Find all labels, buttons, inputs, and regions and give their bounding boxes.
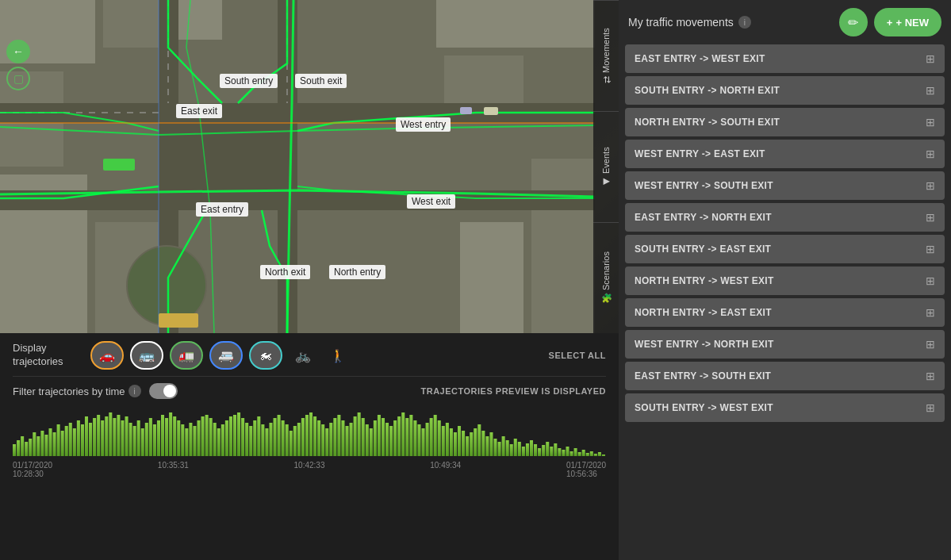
filter-toggle[interactable] <box>149 383 178 399</box>
svg-rect-7 <box>436 0 595 48</box>
panel-title-text: My traffic movements <box>628 16 734 29</box>
filter-info-icon[interactable]: i <box>128 385 141 397</box>
svg-rect-79 <box>233 415 236 456</box>
movement-item-2[interactable]: SOUTH ENTRY -> NORTH EXIT ⊞ <box>625 76 945 105</box>
label-south-entry: South entry <box>220 74 278 88</box>
svg-rect-23 <box>159 313 198 328</box>
map-container: South entry South exit East exit West en… <box>0 0 619 560</box>
movement-item-8[interactable]: NORTH ENTRY -> WEST EXIT ⊞ <box>625 267 945 295</box>
movement-item-12[interactable]: SOUTH ENTRY -> WEST EXIT ⊞ <box>625 393 945 422</box>
svg-rect-143 <box>489 432 493 456</box>
events-icon: ◀ <box>601 177 612 187</box>
movement-label: WEST ENTRY -> EAST EXIT <box>635 148 765 159</box>
svg-rect-86 <box>261 424 264 456</box>
svg-rect-169 <box>594 454 597 456</box>
svg-rect-136 <box>462 431 465 456</box>
svg-rect-43 <box>89 423 92 456</box>
svg-rect-26 <box>21 436 24 456</box>
movement-item-6[interactable]: EAST ENTRY -> NORTH EXIT ⊞ <box>625 203 945 232</box>
svg-rect-152 <box>526 443 529 456</box>
svg-rect-150 <box>518 442 521 456</box>
select-all-button[interactable]: SELECT ALL <box>549 351 606 360</box>
movement-item-9[interactable]: NORTH ENTRY -> EAST EXIT ⊞ <box>625 298 945 327</box>
map-image[interactable]: South entry South exit East exit West en… <box>0 0 619 333</box>
svg-rect-71 <box>201 416 205 456</box>
sidebar-item-events[interactable]: ◀ Events <box>593 111 619 222</box>
svg-rect-137 <box>466 436 469 456</box>
svg-rect-100 <box>317 420 320 456</box>
svg-rect-167 <box>586 453 589 456</box>
svg-rect-83 <box>249 426 252 456</box>
svg-rect-121 <box>401 412 405 456</box>
svg-rect-84 <box>253 420 256 456</box>
svg-rect-142 <box>485 436 489 456</box>
edit-button[interactable]: ✏ <box>839 8 868 36</box>
grid-icon: ⊞ <box>926 274 935 287</box>
movement-item-10[interactable]: WEST ENTRY -> NORTH EXIT ⊞ <box>625 330 945 359</box>
panel-info-icon[interactable]: i <box>738 16 751 29</box>
svg-rect-88 <box>269 423 272 456</box>
movement-item-11[interactable]: EAST ENTRY -> SOUTH EXIT ⊞ <box>625 362 945 390</box>
vehicle-btn-car[interactable]: 🚗 <box>90 341 124 370</box>
svg-rect-103 <box>329 423 332 456</box>
movement-item-7[interactable]: SOUTH ENTRY -> EAST EXIT ⊞ <box>625 235 945 263</box>
svg-rect-134 <box>454 432 457 456</box>
vehicle-btn-truck[interactable]: 🚛 <box>170 341 203 370</box>
back-button[interactable]: ← <box>6 40 30 63</box>
svg-rect-115 <box>378 415 381 456</box>
svg-rect-9 <box>460 222 523 333</box>
trajectories-label: Displaytrajectories <box>13 342 84 369</box>
vehicle-btn-bicycle[interactable]: 🚲 <box>289 341 317 370</box>
movement-label: WEST ENTRY -> SOUTH EXIT <box>635 180 773 191</box>
movements-label: Movements <box>601 29 611 74</box>
svg-rect-58 <box>149 418 152 456</box>
svg-rect-33 <box>48 428 52 456</box>
svg-rect-39 <box>73 428 76 456</box>
label-west-exit: West exit <box>407 194 455 209</box>
svg-rect-148 <box>510 444 513 456</box>
vehicle-btn-motorcycle[interactable]: 🏍 <box>249 341 282 370</box>
svg-rect-139 <box>474 428 477 456</box>
label-west-entry: West entry <box>396 117 451 132</box>
svg-rect-38 <box>69 423 72 456</box>
svg-rect-149 <box>514 439 517 456</box>
svg-rect-73 <box>209 418 213 456</box>
sidebar-item-movements[interactable]: ⇄ Movements <box>593 0 619 111</box>
movement-item-1[interactable]: EAST ENTRY -> WEST EXIT ⊞ <box>625 44 945 73</box>
svg-rect-140 <box>477 424 481 456</box>
vehicle-btn-pedestrian[interactable]: 🚶 <box>324 341 352 370</box>
svg-rect-97 <box>305 415 309 456</box>
label-north-exit: North exit <box>260 265 310 279</box>
svg-rect-51 <box>121 420 124 456</box>
movement-item-3[interactable]: NORTH ENTRY -> SOUTH EXIT ⊞ <box>625 108 945 136</box>
movement-item-5[interactable]: WEST ENTRY -> SOUTH EXIT ⊞ <box>625 171 945 200</box>
svg-rect-54 <box>133 426 136 456</box>
square-button[interactable]: ▢ <box>6 67 30 90</box>
svg-rect-47 <box>105 416 108 456</box>
svg-rect-89 <box>274 418 277 456</box>
new-button[interactable]: + + NEW <box>874 8 941 36</box>
svg-rect-52 <box>125 416 128 456</box>
plus-icon: + <box>887 17 893 29</box>
movement-label: NORTH ENTRY -> SOUTH EXIT <box>635 117 780 128</box>
svg-rect-125 <box>417 424 420 456</box>
vehicle-btn-minibus[interactable]: 🚐 <box>209 341 243 370</box>
svg-rect-112 <box>366 424 369 456</box>
svg-rect-66 <box>181 424 184 456</box>
vehicle-btn-bus[interactable]: 🚌 <box>130 341 163 370</box>
grid-icon: ⊞ <box>926 243 935 255</box>
chart-area[interactable]: // Cannot use script inside SVG in this … <box>13 408 606 472</box>
svg-rect-101 <box>321 424 324 456</box>
svg-rect-92 <box>286 424 289 456</box>
svg-rect-69 <box>193 426 196 456</box>
svg-rect-132 <box>446 423 449 456</box>
svg-rect-147 <box>506 440 509 456</box>
svg-rect-41 <box>81 424 84 456</box>
svg-rect-72 <box>205 415 209 456</box>
movement-item-4[interactable]: WEST ENTRY -> EAST EXIT ⊞ <box>625 140 945 168</box>
svg-rect-35 <box>57 424 60 456</box>
grid-icon: ⊞ <box>926 306 935 319</box>
sidebar-item-scenarios[interactable]: 🧩 Scenarios <box>593 222 619 333</box>
svg-rect-22 <box>103 159 135 171</box>
svg-rect-108 <box>350 423 353 456</box>
